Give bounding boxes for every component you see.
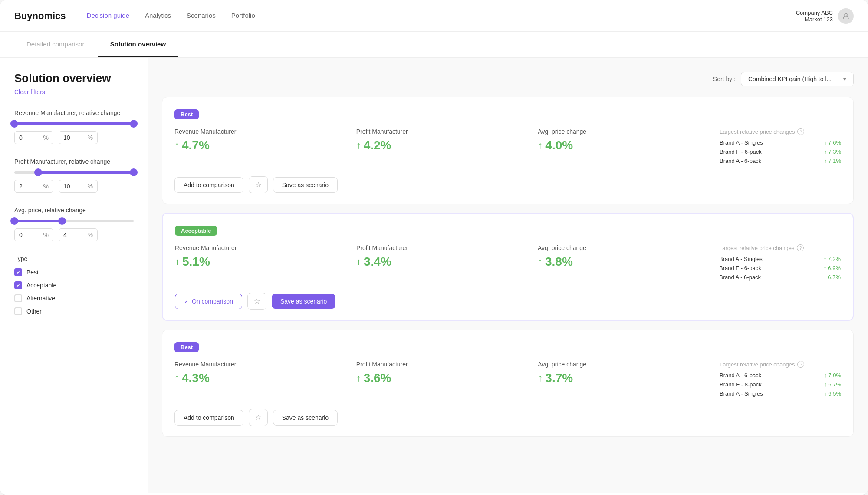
checkbox-other-box[interactable] — [14, 307, 22, 315]
card-1-metrics-group: Revenue Manufacturer ↑ 4.7% Profit Manuf… — [174, 128, 720, 152]
card-2-revenue-value: ↑ 5.1% — [175, 255, 356, 269]
card-2-actions: ✓ On comparison ☆ Save as scenario — [175, 293, 841, 310]
page-title: Solution overview — [14, 72, 134, 85]
revenue-slider-track[interactable] — [14, 122, 134, 125]
card-2-price-change-row-1: Brand A - Singles ↑ 7.2% — [719, 256, 841, 262]
card-1-price-change-row-2: Brand F - 6-pack ↑ 7.3% — [720, 148, 841, 155]
checkbox-acceptable-label: Acceptable — [26, 282, 56, 289]
company-name: Company ABC — [796, 10, 833, 16]
checkbox-alternative[interactable]: Alternative — [14, 294, 134, 302]
card-1-price-change-row-1: Brand A - Singles ↑ 7.6% — [720, 139, 841, 146]
card-1-price-changes: Largest relative price changes ? Brand A… — [720, 128, 841, 167]
card-3-price-changes-title: Largest relative price changes ? — [720, 361, 841, 368]
add-to-comparison-button-3[interactable]: Add to comparison — [174, 410, 243, 426]
info-icon[interactable]: ? — [797, 361, 804, 368]
profit-slider-thumb-left[interactable] — [34, 168, 42, 176]
save-as-scenario-button-2[interactable]: Save as scenario — [272, 294, 335, 309]
card-1-actions: Add to comparison ☆ Save as scenario — [174, 176, 841, 193]
card-2-revenue-val: 5.1% — [182, 255, 210, 269]
up-arrow-icon: ↑ — [356, 373, 361, 384]
star-button[interactable]: ☆ — [247, 293, 266, 310]
profit-slider-track[interactable] — [14, 171, 134, 174]
market-name: Market 123 — [796, 16, 833, 23]
brand-label: Brand A - Singles — [720, 390, 763, 397]
info-icon[interactable]: ? — [797, 244, 804, 251]
card-3-profit-val: 3.6% — [364, 371, 391, 385]
save-as-scenario-button[interactable]: Save as scenario — [273, 177, 338, 193]
card-1-price-label: Avg. price change — [538, 128, 720, 135]
checkbox-acceptable-box[interactable] — [14, 281, 22, 289]
avatar[interactable] — [838, 8, 854, 24]
sort-dropdown[interactable]: Combined KPI gain (High to l... ▾ — [741, 72, 854, 86]
nav-scenarios[interactable]: Scenarios — [187, 8, 216, 23]
star-button-3[interactable]: ☆ — [249, 409, 268, 426]
revenue-min-input[interactable] — [19, 134, 41, 141]
checkbox-best-box[interactable] — [14, 268, 22, 276]
card-1-revenue-value: ↑ 4.7% — [174, 139, 356, 152]
checkbox-other[interactable]: Other — [14, 307, 134, 315]
card-2-price-val: 3.8% — [545, 255, 573, 269]
avg-price-slider-thumb-left[interactable] — [10, 217, 18, 225]
on-comparison-button[interactable]: ✓ On comparison — [175, 294, 242, 309]
type-filter: Type Best Acceptable Alternative Other — [14, 255, 134, 315]
solution-card-3: Best Revenue Manufacturer ↑ 4.3% Profit … — [162, 330, 854, 437]
add-to-comparison-button[interactable]: Add to comparison — [174, 177, 243, 193]
brand-value: ↑ 7.1% — [824, 158, 841, 164]
profit-max-input[interactable] — [63, 183, 85, 190]
company-info: Company ABC Market 123 — [796, 10, 833, 23]
revenue-slider-inputs: % % — [14, 131, 134, 144]
chevron-down-icon: ▾ — [843, 76, 846, 82]
brand-value: ↑ 6.5% — [824, 390, 841, 397]
card-1-profit-value: ↑ 4.2% — [356, 139, 538, 152]
up-arrow-icon: ↑ — [538, 140, 542, 151]
avg-price-min-input[interactable] — [19, 231, 41, 238]
up-arrow-icon: ↑ — [538, 373, 542, 384]
card-3-metric-profit: Profit Manufacturer ↑ 3.6% — [356, 361, 538, 385]
card-1-price-val: 4.0% — [545, 139, 573, 152]
brand-value: ↑ 6.7% — [824, 274, 841, 280]
up-arrow-icon: ↑ — [174, 373, 179, 384]
card-3-badge: Best — [174, 342, 199, 352]
save-as-scenario-button-3[interactable]: Save as scenario — [273, 410, 338, 426]
nav-analytics[interactable]: Analytics — [145, 8, 171, 23]
profit-max-input-wrap: % — [59, 180, 98, 193]
brand-label: Brand F - 6-pack — [719, 265, 761, 271]
avg-price-max-input-wrap: % — [59, 228, 98, 241]
avg-price-max-input[interactable] — [63, 231, 85, 238]
card-3-metrics-group: Revenue Manufacturer ↑ 4.3% Profit Manuf… — [174, 361, 720, 385]
clear-filters-button[interactable]: Clear filters — [14, 89, 134, 96]
tab-solution-overview[interactable]: Solution overview — [98, 32, 178, 57]
avg-price-slider-thumb-right[interactable] — [58, 217, 66, 225]
up-arrow-icon: ↑ — [174, 140, 179, 151]
tab-detailed-comparison[interactable]: Detailed comparison — [14, 32, 98, 57]
up-arrow-icon: ↑ — [356, 256, 361, 267]
sidebar: Solution overview Clear filters Revenue … — [0, 58, 148, 493]
card-3-profit-value: ↑ 3.6% — [356, 371, 538, 385]
checkbox-alternative-box[interactable] — [14, 294, 22, 302]
card-1-profit-val: 4.2% — [364, 139, 391, 152]
card-1-revenue-val: 4.7% — [182, 139, 210, 152]
revenue-slider-thumb-left[interactable] — [10, 120, 18, 128]
card-2-profit-value: ↑ 3.4% — [356, 255, 538, 269]
brand-value: ↑ 7.6% — [824, 139, 841, 146]
revenue-min-input-wrap: % — [14, 131, 53, 144]
card-2-price-change-row-2: Brand F - 6-pack ↑ 6.9% — [719, 265, 841, 271]
nav-portfolio[interactable]: Portfolio — [231, 8, 255, 23]
avg-price-slider-inputs: % % — [14, 228, 134, 241]
checkbox-acceptable[interactable]: Acceptable — [14, 281, 134, 289]
avg-price-slider-track[interactable] — [14, 220, 134, 222]
card-2-metrics-group: Revenue Manufacturer ↑ 5.1% Profit Manuf… — [175, 244, 719, 269]
card-2-metrics-price: Revenue Manufacturer ↑ 5.1% Profit Manuf… — [175, 244, 841, 283]
brand-label: Brand F - 6-pack — [720, 148, 762, 155]
profit-filter: Profit Manufacturer, relative change % % — [14, 158, 134, 193]
profit-slider-thumb-right[interactable] — [130, 168, 138, 176]
checkbox-best[interactable]: Best — [14, 268, 134, 276]
avg-price-min-input-wrap: % — [14, 228, 53, 241]
revenue-max-input[interactable] — [63, 134, 85, 141]
revenue-slider-thumb-right[interactable] — [130, 120, 138, 128]
nav-decision-guide[interactable]: Decision guide — [87, 8, 129, 23]
revenue-filter-label: Revenue Manufacturer, relative change — [14, 109, 134, 116]
profit-min-input[interactable] — [19, 183, 41, 190]
info-icon[interactable]: ? — [797, 128, 804, 135]
star-button[interactable]: ☆ — [249, 176, 268, 193]
